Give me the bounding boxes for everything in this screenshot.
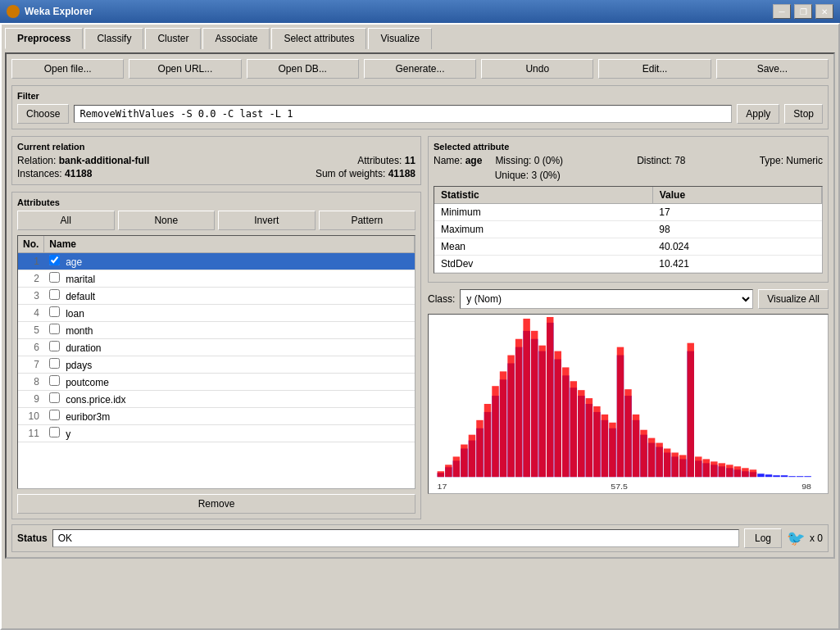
minimize-button[interactable]: ─ [773, 4, 791, 19]
attributes-label-title: Attributes [17, 197, 415, 207]
table-row[interactable]: 8 poutcome [18, 374, 415, 391]
stat-name: Minimum [434, 204, 652, 221]
tab-associate[interactable]: Associate [202, 28, 270, 49]
table-row[interactable]: 7 pdays [18, 356, 415, 374]
table-row[interactable]: 3 default [18, 288, 415, 305]
open-url-button[interactable]: Open URL... [129, 59, 241, 79]
svg-rect-77 [656, 443, 662, 478]
row-checkbox[interactable] [49, 358, 60, 369]
attributes-value: 11 [405, 155, 415, 166]
filter-input[interactable] [74, 105, 732, 123]
tab-cluster[interactable]: Cluster [145, 28, 201, 49]
attr-table-container[interactable]: No. Name 1 age 2 marital 3 default [17, 235, 415, 489]
relation-value: bank-additional-full [59, 155, 150, 166]
close-button[interactable]: ✕ [815, 4, 833, 19]
open-file-button[interactable]: Open file... [11, 59, 124, 79]
weka-bird-icon: 🐦 [787, 529, 805, 547]
apply-button[interactable]: Apply [737, 104, 779, 124]
tab-preprocess[interactable]: Preprocess [5, 28, 83, 49]
choose-button[interactable]: Choose [17, 104, 69, 124]
row-checkbox[interactable] [49, 272, 60, 283]
row-checkbox[interactable] [49, 410, 60, 420]
attr-buttons: All None Invert Pattern [17, 211, 415, 230]
row-checkbox[interactable] [49, 375, 60, 386]
edit-button[interactable]: Edit... [598, 59, 711, 79]
row-checkbox[interactable] [49, 289, 60, 300]
svg-rect-73 [624, 389, 631, 477]
main-window: Preprocess Classify Cluster Associate Se… [0, 23, 840, 630]
stat-value: 40.024 [652, 238, 821, 256]
svg-rect-81 [687, 343, 693, 478]
table-row[interactable]: 11 y [18, 425, 415, 442]
svg-rect-83 [703, 459, 710, 477]
svg-rect-62 [538, 346, 545, 478]
pattern-button[interactable]: Pattern [319, 211, 416, 230]
relation-name: Relation: bank-additional-full [17, 155, 216, 166]
col-name: Name [44, 236, 415, 253]
open-db-button[interactable]: Open DB... [247, 59, 359, 79]
table-row[interactable]: 2 marital [18, 270, 415, 288]
row-name: duration [44, 339, 415, 356]
svg-text:98: 98 [801, 482, 811, 491]
stat-name: Maximum [434, 221, 652, 238]
stat-value: 98 [652, 221, 821, 238]
table-row[interactable]: 4 loan [18, 305, 415, 322]
sum-weights: Sum of weights: 41188 [217, 168, 415, 179]
log-button[interactable]: Log [744, 528, 782, 548]
sum-weights-value: 41188 [388, 168, 415, 179]
tab-select-attributes[interactable]: Select attributes [271, 28, 366, 49]
histogram-svg: 17 57.5 98 [429, 315, 828, 493]
sum-weights-label: Sum of weights: [316, 168, 385, 179]
svg-rect-86 [726, 465, 733, 477]
row-checkbox[interactable] [49, 255, 60, 265]
row-no: 11 [18, 425, 44, 442]
tab-visualize[interactable]: Visualize [368, 28, 432, 49]
svg-rect-55 [484, 404, 491, 477]
generate-button[interactable]: Generate... [364, 59, 476, 79]
stop-button[interactable]: Stop [784, 104, 823, 124]
save-button[interactable]: Save... [716, 59, 829, 79]
col-no: No. [18, 236, 44, 253]
svg-rect-51 [453, 456, 460, 477]
visualize-all-button[interactable]: Visualize All [758, 289, 829, 309]
row-checkbox[interactable] [49, 324, 60, 334]
restore-button[interactable]: ❐ [794, 4, 812, 19]
svg-rect-85 [719, 463, 725, 477]
remove-button[interactable]: Remove [17, 494, 415, 514]
instances-count: Instances: 41188 [17, 168, 216, 179]
stat-value: 10.421 [652, 256, 821, 273]
row-checkbox[interactable] [49, 341, 60, 351]
table-row[interactable]: 6 duration [18, 339, 415, 356]
table-row[interactable]: 9 cons.price.idx [18, 391, 415, 408]
attr-missing-value: 0 (0%) [534, 155, 563, 166]
none-button[interactable]: None [118, 211, 216, 230]
undo-button[interactable]: Undo [481, 59, 593, 79]
svg-rect-53 [469, 435, 475, 478]
stat-name: Mean [434, 238, 652, 256]
row-no: 5 [18, 322, 44, 339]
invert-button[interactable]: Invert [218, 211, 316, 230]
status-text: OK [52, 529, 739, 547]
row-checkbox[interactable] [49, 392, 60, 403]
all-button[interactable]: All [17, 211, 115, 230]
class-select[interactable]: y (Nom) [460, 289, 753, 309]
row-no: 3 [18, 288, 44, 305]
row-checkbox[interactable] [49, 306, 60, 317]
svg-rect-41 [757, 474, 764, 477]
current-relation: Current relation Relation: bank-addition… [11, 136, 421, 185]
row-checkbox[interactable] [49, 427, 60, 437]
tab-classify[interactable]: Classify [84, 28, 143, 49]
stat-col: Statistic [434, 187, 652, 204]
table-row[interactable]: 10 euribor3m [18, 408, 415, 425]
row-no: 7 [18, 356, 44, 374]
row-no: 10 [18, 408, 44, 425]
title-bar: Weka Explorer ─ ❐ ✕ [0, 0, 840, 23]
table-row[interactable]: 5 month [18, 322, 415, 339]
table-row[interactable]: 1 age [18, 253, 415, 270]
toolbar: Open file... Open URL... Open DB... Gene… [11, 59, 829, 79]
app-title: Weka Explorer [25, 6, 93, 17]
svg-rect-82 [695, 456, 702, 477]
title-bar-left: Weka Explorer [7, 5, 93, 18]
class-row: Class: y (Nom) Visualize All [428, 289, 829, 309]
instances-value: 41188 [65, 168, 92, 179]
